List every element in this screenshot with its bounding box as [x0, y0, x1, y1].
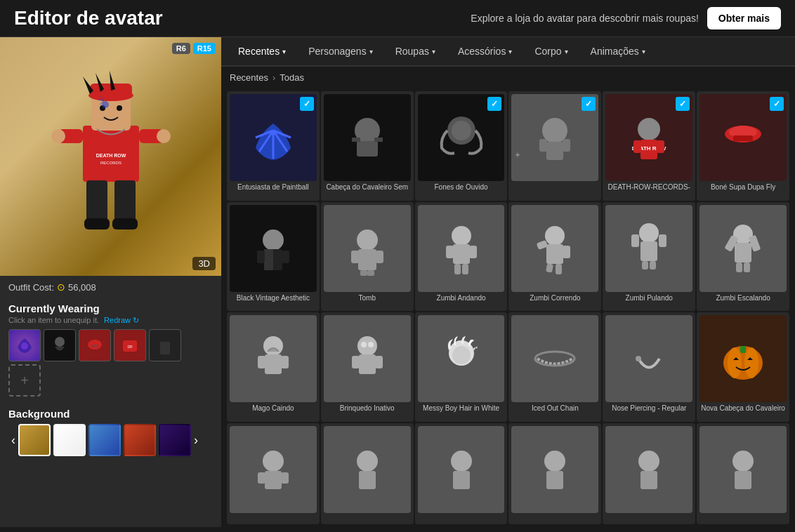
item-name: Zumbi Pulando: [605, 294, 692, 302]
item-card[interactable]: Zumbi Pulando: [603, 202, 695, 312]
svg-point-88: [452, 346, 471, 364]
item-thumbnail: [511, 426, 598, 513]
bg-item[interactable]: [159, 424, 191, 456]
item-check: ✓: [487, 97, 501, 111]
wearing-item[interactable]: [79, 329, 111, 361]
item-name: Nova Cabeça do Cavaleiro: [699, 404, 787, 413]
svg-point-53: [452, 226, 471, 246]
item-card[interactable]: Zumbi Correndo: [508, 202, 601, 312]
item-card[interactable]: DEATH ROW ✓ DEATH-ROW-RECORDS-: [603, 91, 695, 201]
obter-mais-button[interactable]: Obter mais: [707, 7, 781, 29]
svg-rect-83: [352, 356, 360, 368]
item-card[interactable]: Nova Cabeça do Cavaleiro: [697, 312, 789, 422]
svg-point-47: [357, 230, 378, 251]
item-card[interactable]: [415, 423, 508, 524]
item-card[interactable]: Black Vintage Aesthetic: [227, 202, 320, 312]
svg-text:DR: DR: [127, 345, 133, 349]
svg-rect-62: [563, 246, 570, 258]
item-thumbnail: [418, 205, 505, 292]
item-card[interactable]: Nose Piercing - Regular: [603, 312, 695, 422]
item-name: Zumbi Andando: [418, 294, 505, 302]
item-card[interactable]: [321, 423, 414, 524]
item-card[interactable]: ✓ Boné Supa Dupa Fly: [697, 91, 789, 201]
item-card[interactable]: [227, 423, 320, 524]
tab-personagens[interactable]: Personagens ▾: [297, 37, 384, 67]
refresh-icon[interactable]: ↻: [133, 316, 139, 324]
bg-item[interactable]: [124, 424, 156, 456]
badge-r15[interactable]: R15: [193, 43, 216, 54]
svg-rect-96: [265, 471, 282, 489]
bg-next-button[interactable]: ›: [191, 433, 201, 448]
item-card[interactable]: ✓ Fones de Ouvido: [415, 91, 508, 201]
item-card[interactable]: ✓ ✦: [508, 91, 601, 201]
item-card[interactable]: Brinquedo Inativo: [321, 312, 414, 422]
item-card[interactable]: [697, 423, 789, 524]
special-icon: ✦: [514, 150, 521, 160]
currently-wearing-title: Currently Wearing: [8, 302, 213, 314]
svg-rect-61: [537, 240, 548, 250]
bg-item[interactable]: [53, 424, 86, 456]
svg-rect-82: [359, 354, 376, 374]
svg-point-101: [451, 451, 472, 472]
chevron-down-icon: ▾: [642, 48, 645, 55]
svg-point-81: [357, 336, 377, 356]
item-card[interactable]: Messy Boy Hair in White: [415, 312, 508, 422]
svg-rect-57: [454, 264, 461, 274]
item-check: ✓: [770, 97, 784, 111]
tab-roupas-label: Roupas: [395, 46, 429, 57]
item-thumbnail: [511, 205, 598, 292]
item-name: Iced Out Chain: [511, 404, 598, 413]
item-card[interactable]: Zumbi Andando: [415, 202, 508, 312]
svg-rect-54: [453, 244, 470, 264]
svg-rect-13: [112, 218, 138, 230]
svg-point-92: [728, 347, 742, 378]
item-card[interactable]: Iced Out Chain: [508, 312, 601, 422]
item-card[interactable]: Mago Caindo: [227, 312, 320, 422]
item-name: Zumbi Correndo: [511, 294, 598, 302]
item-card[interactable]: Tomb: [321, 202, 414, 312]
breadcrumb-separator: ›: [272, 72, 275, 83]
item-name: Black Vintage Aesthetic: [230, 294, 317, 302]
item-thumbnail: [511, 315, 598, 402]
svg-rect-37: [633, 140, 641, 153]
tab-roupas[interactable]: Roupas ▾: [384, 37, 447, 67]
item-name: Zumbi Escalando: [699, 294, 787, 302]
item-card[interactable]: Cabeça do Cavaleiro Sem: [321, 91, 414, 201]
tab-acessorios-label: Acessórios: [458, 46, 506, 57]
add-wearing-item-button[interactable]: +: [8, 364, 41, 397]
tab-recentes[interactable]: Recentes ▾: [227, 37, 297, 67]
wearing-item[interactable]: [44, 329, 76, 361]
wearing-item[interactable]: [8, 329, 41, 361]
breadcrumb-current: Todas: [280, 72, 304, 83]
bg-item[interactable]: [18, 424, 51, 456]
svg-rect-67: [631, 234, 639, 247]
wearing-item[interactable]: [149, 329, 181, 361]
tab-animacoes[interactable]: Animações ▾: [579, 37, 657, 67]
badge-3d[interactable]: 3D: [192, 257, 216, 270]
tab-acessorios[interactable]: Acessórios ▾: [447, 37, 523, 67]
bg-prev-button[interactable]: ‹: [8, 433, 18, 448]
item-check: ✓: [582, 97, 596, 111]
breadcrumb-root[interactable]: Recentes: [230, 72, 268, 83]
avatar-preview: R6 R15: [0, 37, 221, 276]
wearing-item[interactable]: DR: [114, 329, 146, 361]
item-thumbnail: [699, 205, 787, 292]
item-card[interactable]: ✓ Entusiasta de Paintball: [227, 91, 320, 201]
svg-rect-64: [556, 264, 562, 274]
svg-rect-63: [546, 263, 553, 272]
bg-item[interactable]: [88, 424, 121, 456]
item-thumbnail: [230, 205, 317, 292]
item-thumbnail: [230, 426, 317, 513]
item-name: Fones de Ouvido: [418, 183, 505, 192]
svg-point-29: [452, 121, 471, 140]
breadcrumb: Recentes › Todas: [221, 67, 795, 88]
item-card[interactable]: [508, 423, 601, 524]
redraw-link[interactable]: Redraw: [104, 316, 131, 324]
tab-corpo[interactable]: Corpo ▾: [523, 37, 579, 67]
svg-point-17: [21, 343, 28, 350]
item-card[interactable]: Zumbi Escalando: [697, 202, 789, 312]
right-panel: Recentes ▾ Personagens ▾ Roupas ▾ Acessó…: [221, 37, 795, 527]
tab-animacoes-label: Animações: [591, 46, 639, 57]
badge-r6[interactable]: R6: [172, 43, 190, 54]
item-card[interactable]: [603, 423, 695, 524]
